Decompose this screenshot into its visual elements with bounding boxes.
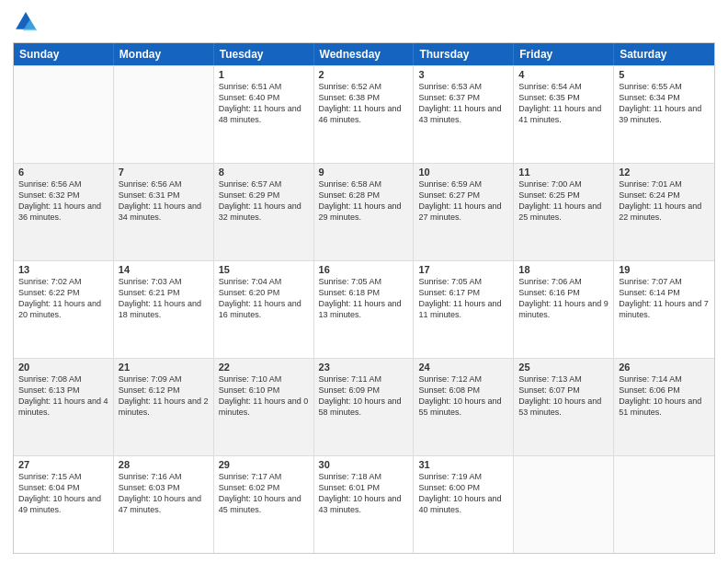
day-cell-23: 23Sunrise: 7:11 AMSunset: 6:09 PMDayligh…	[314, 359, 415, 455]
day-cell-12: 12Sunrise: 7:01 AMSunset: 6:24 PMDayligh…	[614, 164, 714, 260]
day-info: Sunrise: 7:12 AMSunset: 6:08 PMDaylight:…	[418, 373, 508, 419]
day-cell-27: 27Sunrise: 7:15 AMSunset: 6:04 PMDayligh…	[14, 456, 114, 553]
day-cell-31: 31Sunrise: 7:19 AMSunset: 6:00 PMDayligh…	[414, 456, 514, 553]
day-number: 19	[619, 264, 710, 275]
day-info: Sunrise: 6:53 AMSunset: 6:37 PMDaylight:…	[418, 81, 508, 126]
day-number: 22	[219, 362, 309, 373]
day-cell-3: 3Sunrise: 6:53 AMSunset: 6:37 PMDaylight…	[414, 66, 514, 163]
day-cell-30: 30Sunrise: 7:18 AMSunset: 6:01 PMDayligh…	[314, 456, 415, 553]
day-number: 29	[219, 459, 309, 470]
day-header-tuesday: Tuesday	[214, 43, 314, 65]
day-cell-7: 7Sunrise: 6:56 AMSunset: 6:31 PMDaylight…	[114, 164, 214, 260]
day-number: 2	[319, 69, 409, 80]
week-row-4: 20Sunrise: 7:08 AMSunset: 6:13 PMDayligh…	[14, 358, 714, 455]
day-info: Sunrise: 7:05 AMSunset: 6:18 PMDaylight:…	[319, 276, 409, 321]
day-number: 15	[219, 264, 309, 275]
day-header-monday: Monday	[114, 43, 214, 65]
day-number: 4	[518, 69, 609, 80]
day-number: 10	[418, 167, 508, 178]
day-number: 12	[619, 167, 710, 178]
day-number: 13	[18, 264, 108, 275]
day-info: Sunrise: 7:05 AMSunset: 6:17 PMDaylight:…	[418, 276, 508, 321]
week-row-1: 1Sunrise: 6:51 AMSunset: 6:40 PMDaylight…	[14, 65, 714, 163]
empty-cell	[514, 456, 614, 553]
day-cell-4: 4Sunrise: 6:54 AMSunset: 6:35 PMDaylight…	[514, 66, 614, 163]
day-info: Sunrise: 6:59 AMSunset: 6:27 PMDaylight:…	[418, 178, 508, 224]
logo	[13, 9, 42, 35]
day-info: Sunrise: 7:10 AMSunset: 6:10 PMDaylight:…	[219, 373, 309, 419]
day-number: 26	[619, 362, 710, 373]
day-number: 9	[319, 167, 409, 178]
day-number: 3	[418, 69, 508, 80]
day-info: Sunrise: 7:19 AMSunset: 6:00 PMDaylight:…	[418, 471, 508, 516]
day-info: Sunrise: 7:04 AMSunset: 6:20 PMDaylight:…	[219, 276, 309, 321]
day-cell-9: 9Sunrise: 6:58 AMSunset: 6:28 PMDaylight…	[314, 164, 415, 260]
day-header-thursday: Thursday	[414, 43, 514, 65]
day-info: Sunrise: 7:08 AMSunset: 6:13 PMDaylight:…	[18, 373, 108, 419]
day-cell-11: 11Sunrise: 7:00 AMSunset: 6:25 PMDayligh…	[514, 164, 614, 260]
day-number: 28	[119, 459, 209, 470]
day-info: Sunrise: 6:54 AMSunset: 6:35 PMDaylight:…	[518, 81, 609, 126]
day-info: Sunrise: 7:01 AMSunset: 6:24 PMDaylight:…	[619, 178, 710, 224]
day-info: Sunrise: 7:02 AMSunset: 6:22 PMDaylight:…	[18, 276, 108, 321]
day-number: 6	[18, 167, 108, 178]
week-row-2: 6Sunrise: 6:56 AMSunset: 6:32 PMDaylight…	[14, 163, 714, 260]
day-cell-1: 1Sunrise: 6:51 AMSunset: 6:40 PMDaylight…	[214, 66, 314, 163]
day-info: Sunrise: 7:06 AMSunset: 6:16 PMDaylight:…	[518, 276, 609, 321]
calendar: SundayMondayTuesdayWednesdayThursdayFrid…	[13, 42, 715, 554]
day-header-friday: Friday	[514, 43, 614, 65]
day-number: 17	[418, 264, 508, 275]
header	[13, 9, 715, 35]
day-number: 7	[119, 167, 209, 178]
day-number: 18	[518, 264, 609, 275]
day-cell-16: 16Sunrise: 7:05 AMSunset: 6:18 PMDayligh…	[314, 261, 415, 358]
day-number: 8	[219, 167, 309, 178]
day-cell-21: 21Sunrise: 7:09 AMSunset: 6:12 PMDayligh…	[114, 359, 214, 455]
calendar-header: SundayMondayTuesdayWednesdayThursdayFrid…	[14, 43, 714, 65]
empty-cell	[14, 66, 114, 163]
day-number: 1	[219, 69, 309, 80]
day-cell-18: 18Sunrise: 7:06 AMSunset: 6:16 PMDayligh…	[514, 261, 614, 358]
day-cell-22: 22Sunrise: 7:10 AMSunset: 6:10 PMDayligh…	[214, 359, 314, 455]
day-cell-5: 5Sunrise: 6:55 AMSunset: 6:34 PMDaylight…	[614, 66, 714, 163]
day-cell-8: 8Sunrise: 6:57 AMSunset: 6:29 PMDaylight…	[214, 164, 314, 260]
empty-cell	[614, 456, 714, 553]
day-info: Sunrise: 7:09 AMSunset: 6:12 PMDaylight:…	[119, 373, 209, 419]
page: SundayMondayTuesdayWednesdayThursdayFrid…	[0, 0, 728, 563]
day-info: Sunrise: 7:13 AMSunset: 6:07 PMDaylight:…	[518, 373, 609, 419]
day-info: Sunrise: 6:52 AMSunset: 6:38 PMDaylight:…	[319, 81, 409, 126]
day-info: Sunrise: 7:17 AMSunset: 6:02 PMDaylight:…	[219, 471, 309, 516]
day-cell-14: 14Sunrise: 7:03 AMSunset: 6:21 PMDayligh…	[114, 261, 214, 358]
week-row-3: 13Sunrise: 7:02 AMSunset: 6:22 PMDayligh…	[14, 260, 714, 358]
day-number: 16	[319, 264, 409, 275]
day-cell-6: 6Sunrise: 6:56 AMSunset: 6:32 PMDaylight…	[14, 164, 114, 260]
day-cell-26: 26Sunrise: 7:14 AMSunset: 6:06 PMDayligh…	[614, 359, 714, 455]
day-number: 24	[418, 362, 508, 373]
day-info: Sunrise: 6:58 AMSunset: 6:28 PMDaylight:…	[319, 178, 409, 224]
day-cell-25: 25Sunrise: 7:13 AMSunset: 6:07 PMDayligh…	[514, 359, 614, 455]
day-number: 5	[619, 69, 710, 80]
empty-cell	[114, 66, 214, 163]
day-info: Sunrise: 7:00 AMSunset: 6:25 PMDaylight:…	[518, 178, 609, 224]
day-cell-15: 15Sunrise: 7:04 AMSunset: 6:20 PMDayligh…	[214, 261, 314, 358]
day-info: Sunrise: 7:15 AMSunset: 6:04 PMDaylight:…	[18, 471, 108, 516]
week-row-5: 27Sunrise: 7:15 AMSunset: 6:04 PMDayligh…	[14, 455, 714, 553]
day-cell-28: 28Sunrise: 7:16 AMSunset: 6:03 PMDayligh…	[114, 456, 214, 553]
day-number: 11	[518, 167, 609, 178]
day-cell-13: 13Sunrise: 7:02 AMSunset: 6:22 PMDayligh…	[14, 261, 114, 358]
day-header-saturday: Saturday	[614, 43, 714, 65]
day-info: Sunrise: 6:56 AMSunset: 6:31 PMDaylight:…	[119, 178, 209, 224]
day-header-sunday: Sunday	[14, 43, 114, 65]
day-info: Sunrise: 6:51 AMSunset: 6:40 PMDaylight:…	[219, 81, 309, 126]
day-number: 14	[119, 264, 209, 275]
calendar-body: 1Sunrise: 6:51 AMSunset: 6:40 PMDaylight…	[14, 65, 714, 553]
day-info: Sunrise: 7:07 AMSunset: 6:14 PMDaylight:…	[619, 276, 710, 321]
day-number: 25	[518, 362, 609, 373]
day-cell-29: 29Sunrise: 7:17 AMSunset: 6:02 PMDayligh…	[214, 456, 314, 553]
day-cell-2: 2Sunrise: 6:52 AMSunset: 6:38 PMDaylight…	[314, 66, 415, 163]
day-number: 23	[319, 362, 409, 373]
day-number: 30	[319, 459, 409, 470]
day-cell-19: 19Sunrise: 7:07 AMSunset: 6:14 PMDayligh…	[614, 261, 714, 358]
day-header-wednesday: Wednesday	[314, 43, 415, 65]
day-number: 21	[119, 362, 209, 373]
